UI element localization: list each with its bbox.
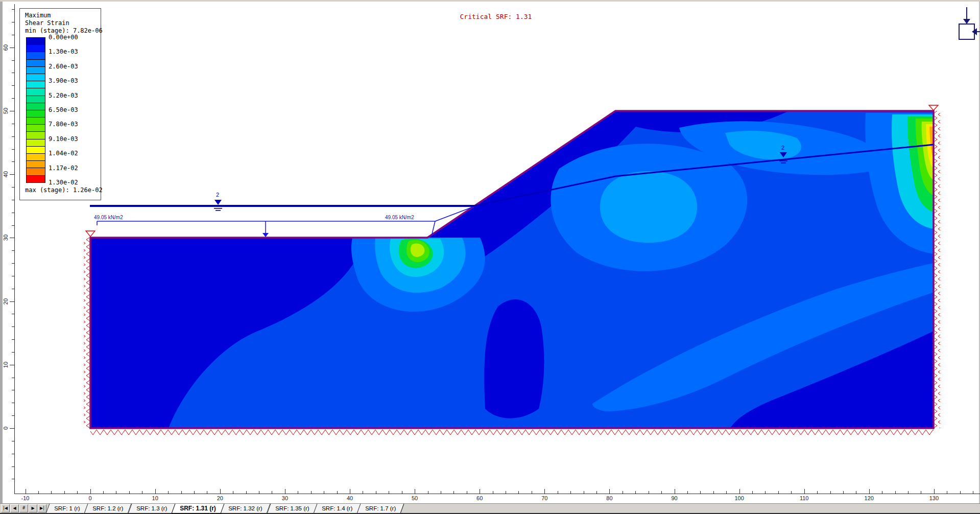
x-ruler-tick <box>453 491 454 494</box>
stage-tab-label: SRF: 1.3 (r) <box>136 505 167 511</box>
y-ruler-tick <box>12 479 14 479</box>
first-sheet-button[interactable]: |◀ <box>1 504 10 512</box>
shear-strain-contours <box>90 111 934 428</box>
x-ruler-tick <box>493 491 493 494</box>
x-ruler-label: 100 <box>728 495 751 501</box>
x-ruler-label: 60 <box>468 495 491 501</box>
y-ruler-tick <box>12 98 14 99</box>
y-ruler-label: 30 <box>3 230 9 245</box>
legend-min-value: min (stage): 7.82e-06 <box>25 27 103 34</box>
x-ruler-tick <box>687 491 688 494</box>
x-ruler-tick <box>155 489 156 494</box>
last-sheet-button[interactable]: ▶| <box>38 504 46 512</box>
x-ruler-tick <box>467 491 467 494</box>
y-ruler-tick <box>10 174 14 175</box>
x-ruler-tick <box>934 489 935 494</box>
x-ruler-label: 30 <box>274 495 296 501</box>
x-ruler-tick <box>142 491 142 494</box>
bottom-restraint-hatch <box>90 429 934 435</box>
x-ruler-tick <box>77 491 78 494</box>
water-table-id-right: 2 <box>781 145 784 151</box>
legend-swatch <box>26 66 45 74</box>
legend-scale-label: 2.60e-03 <box>49 63 97 70</box>
y-ruler-label: 50 <box>3 103 9 119</box>
legend-swatch <box>26 81 45 88</box>
sheet-list-button[interactable]: # <box>19 504 28 512</box>
y-ruler-tick <box>12 187 14 188</box>
legend-swatch <box>26 96 45 103</box>
legend-scale-label: 1.30e-02 <box>49 179 97 186</box>
y-ruler-tick <box>12 225 14 226</box>
legend-swatch <box>26 88 45 96</box>
legend-swatch <box>26 153 45 161</box>
y-ruler-tick <box>12 136 14 137</box>
x-ruler-tick <box>700 491 701 494</box>
x-ruler-tick <box>752 491 753 494</box>
x-ruler-tick <box>623 491 623 494</box>
load-arrow-icon <box>262 233 269 237</box>
x-ruler-tick <box>51 491 52 494</box>
left-vertex-marker-icon <box>86 231 95 237</box>
sigma1-arrowhead-icon <box>963 19 970 24</box>
legend-swatch <box>26 37 45 45</box>
legend-swatch <box>26 168 45 175</box>
y-ruler-tick <box>12 289 14 289</box>
x-ruler-tick <box>441 491 441 494</box>
x-ruler-tick <box>272 491 272 494</box>
x-ruler-tick <box>635 491 636 494</box>
y-ruler-tick <box>12 276 14 276</box>
stage-tab-1.2[interactable]: SRF: 1.2 (r) <box>84 504 132 513</box>
x-ruler-label: 90 <box>663 495 686 501</box>
x-ruler-label: 130 <box>923 495 945 501</box>
y-ruler-tick <box>12 149 14 150</box>
legend-scale-label: 1.30e-03 <box>49 48 97 55</box>
x-ruler-tick <box>558 491 558 494</box>
stage-tab-label: SRF: 1.7 (r) <box>365 505 396 511</box>
stage-tab-1[interactable]: SRF: 1 (r) <box>46 504 88 513</box>
y-ruler-tick <box>12 250 14 251</box>
stage-tab-label: SRF: 1.32 (r) <box>228 505 262 511</box>
x-ruler-label: 80 <box>598 495 620 501</box>
y-ruler-tick <box>10 111 14 111</box>
x-ruler-tick <box>389 491 389 494</box>
x-ruler-tick <box>739 489 740 494</box>
y-ruler-tick <box>12 9 14 10</box>
distributed-load[interactable] <box>97 207 473 236</box>
stage-tab-1.32[interactable]: SRF: 1.32 (r) <box>220 504 271 513</box>
x-ruler-tick <box>713 491 714 494</box>
y-ruler-tick <box>12 415 14 416</box>
y-ruler-tick <box>12 326 14 327</box>
x-ruler-label: 20 <box>209 495 231 501</box>
x-ruler-tick <box>506 491 506 494</box>
x-ruler-tick <box>26 489 26 494</box>
stage-tab-1.7[interactable]: SRF: 1.7 (r) <box>357 504 404 513</box>
stage-tab-label: SRF: 1.2 (r) <box>93 505 124 511</box>
y-ruler-tick <box>12 403 14 403</box>
stage-tab-bar: |◀◀#▶▶| SRF: 1 (r)SRF: 1.2 (r)SRF: 1.3 (… <box>0 503 980 514</box>
y-ruler-tick <box>12 85 14 86</box>
y-ruler-tick <box>12 124 14 124</box>
x-ruler-tick <box>480 489 480 494</box>
next-sheet-button[interactable]: ▶ <box>29 504 37 512</box>
x-ruler-tick <box>895 491 896 494</box>
x-ruler-tick <box>947 491 947 494</box>
prev-sheet-button[interactable]: ◀ <box>10 504 19 512</box>
model-view-canvas[interactable] <box>0 0 980 514</box>
stage-tab-1.3[interactable]: SRF: 1.3 (r) <box>128 504 175 513</box>
x-ruler-tick <box>973 491 973 494</box>
x-ruler-tick <box>726 491 727 494</box>
left-restraint-hatch <box>84 238 90 428</box>
y-ruler-tick <box>12 339 14 340</box>
y-ruler-tick <box>12 73 14 73</box>
stage-tab-1.35[interactable]: SRF: 1.35 (r) <box>267 504 317 513</box>
x-ruler-tick <box>324 491 324 494</box>
x-ruler-tick <box>129 491 130 494</box>
legend-scale-label: 1.04e-02 <box>49 150 97 157</box>
y-ruler-tick <box>12 35 14 35</box>
stage-tab-1.31[interactable]: SRF: 1.31 (r) <box>171 504 224 513</box>
y-ruler-tick <box>10 428 14 429</box>
stage-tab-1.4[interactable]: SRF: 1.4 (r) <box>314 504 361 513</box>
contour-legend[interactable]: Maximum Shear Strain min (stage): 7.82e-… <box>19 8 101 200</box>
x-ruler-tick <box>830 491 831 494</box>
legend-swatch <box>26 175 45 183</box>
